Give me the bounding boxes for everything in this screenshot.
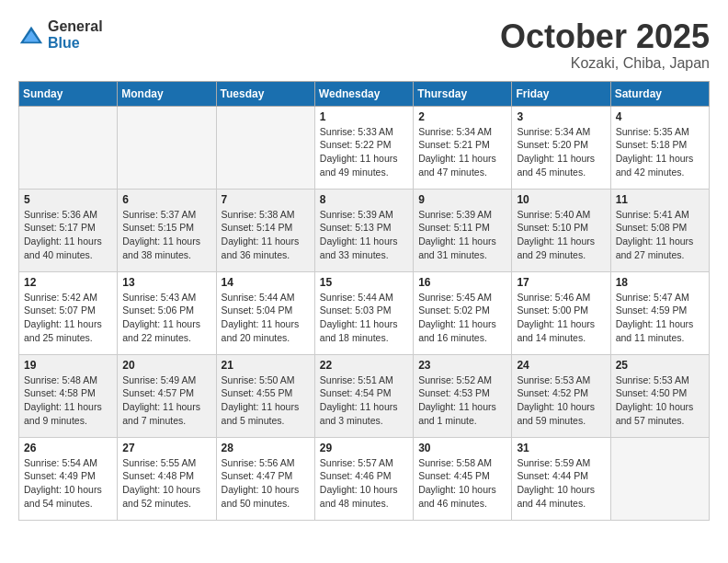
day-number: 1 bbox=[320, 110, 408, 123]
calendar-cell: 31Sunrise: 5:59 AM Sunset: 4:44 PM Dayli… bbox=[512, 437, 610, 520]
calendar-cell bbox=[19, 106, 118, 189]
day-info: Sunrise: 5:53 AM Sunset: 4:50 PM Dayligh… bbox=[616, 373, 704, 428]
day-info: Sunrise: 5:55 AM Sunset: 4:48 PM Dayligh… bbox=[122, 456, 210, 511]
location-text: Kozaki, Chiba, Japan bbox=[500, 55, 710, 72]
day-info: Sunrise: 5:54 AM Sunset: 4:49 PM Dayligh… bbox=[24, 456, 112, 511]
logo-icon bbox=[18, 22, 44, 48]
day-number: 8 bbox=[320, 193, 408, 206]
day-info: Sunrise: 5:43 AM Sunset: 5:06 PM Dayligh… bbox=[122, 291, 210, 345]
calendar-week-2: 5Sunrise: 5:36 AM Sunset: 5:17 PM Daylig… bbox=[19, 189, 710, 271]
calendar-cell: 6Sunrise: 5:37 AM Sunset: 5:15 PM Daylig… bbox=[118, 189, 216, 271]
calendar-cell: 18Sunrise: 5:47 AM Sunset: 4:59 PM Dayli… bbox=[610, 271, 709, 354]
day-number: 16 bbox=[418, 276, 506, 289]
day-number: 22 bbox=[320, 359, 408, 372]
weekday-header-tuesday: Tuesday bbox=[216, 81, 314, 106]
calendar-cell: 25Sunrise: 5:53 AM Sunset: 4:50 PM Dayli… bbox=[610, 354, 709, 437]
calendar-cell: 26Sunrise: 5:54 AM Sunset: 4:49 PM Dayli… bbox=[19, 437, 118, 520]
day-number: 21 bbox=[222, 359, 310, 372]
calendar-cell: 29Sunrise: 5:57 AM Sunset: 4:46 PM Dayli… bbox=[314, 437, 413, 520]
logo-text: General Blue bbox=[48, 18, 103, 51]
calendar-cell: 12Sunrise: 5:42 AM Sunset: 5:07 PM Dayli… bbox=[19, 271, 118, 354]
calendar-cell: 21Sunrise: 5:50 AM Sunset: 4:55 PM Dayli… bbox=[216, 354, 314, 437]
calendar-cell: 19Sunrise: 5:48 AM Sunset: 4:58 PM Dayli… bbox=[19, 354, 118, 437]
day-info: Sunrise: 5:59 AM Sunset: 4:44 PM Dayligh… bbox=[517, 456, 605, 511]
day-number: 28 bbox=[222, 442, 310, 454]
calendar-week-4: 19Sunrise: 5:48 AM Sunset: 4:58 PM Dayli… bbox=[19, 354, 710, 437]
month-title: October 2025 bbox=[500, 18, 710, 55]
logo: General Blue bbox=[18, 18, 103, 51]
calendar-cell: 24Sunrise: 5:53 AM Sunset: 4:52 PM Dayli… bbox=[512, 354, 610, 437]
calendar-cell bbox=[216, 106, 314, 189]
calendar-cell: 4Sunrise: 5:35 AM Sunset: 5:18 PM Daylig… bbox=[610, 106, 709, 189]
calendar-cell: 3Sunrise: 5:34 AM Sunset: 5:20 PM Daylig… bbox=[512, 106, 610, 189]
day-info: Sunrise: 5:56 AM Sunset: 4:47 PM Dayligh… bbox=[222, 456, 310, 511]
day-info: Sunrise: 5:39 AM Sunset: 5:11 PM Dayligh… bbox=[418, 208, 506, 262]
day-number: 7 bbox=[222, 193, 310, 206]
calendar-cell: 28Sunrise: 5:56 AM Sunset: 4:47 PM Dayli… bbox=[216, 437, 314, 520]
day-number: 25 bbox=[616, 359, 704, 372]
calendar-cell: 5Sunrise: 5:36 AM Sunset: 5:17 PM Daylig… bbox=[19, 189, 118, 271]
day-info: Sunrise: 5:39 AM Sunset: 5:13 PM Dayligh… bbox=[320, 208, 408, 262]
weekday-header-friday: Friday bbox=[512, 81, 610, 106]
day-info: Sunrise: 5:37 AM Sunset: 5:15 PM Dayligh… bbox=[122, 208, 210, 262]
day-number: 27 bbox=[122, 442, 210, 454]
calendar-cell: 11Sunrise: 5:41 AM Sunset: 5:08 PM Dayli… bbox=[610, 189, 709, 271]
day-info: Sunrise: 5:58 AM Sunset: 4:45 PM Dayligh… bbox=[418, 456, 506, 511]
calendar-cell: 30Sunrise: 5:58 AM Sunset: 4:45 PM Dayli… bbox=[414, 437, 512, 520]
day-info: Sunrise: 5:33 AM Sunset: 5:22 PM Dayligh… bbox=[320, 125, 408, 179]
day-info: Sunrise: 5:44 AM Sunset: 5:04 PM Dayligh… bbox=[222, 291, 310, 345]
day-info: Sunrise: 5:34 AM Sunset: 5:20 PM Dayligh… bbox=[517, 125, 605, 179]
day-info: Sunrise: 5:45 AM Sunset: 5:02 PM Dayligh… bbox=[418, 291, 506, 345]
day-number: 9 bbox=[418, 193, 506, 206]
calendar-cell: 7Sunrise: 5:38 AM Sunset: 5:14 PM Daylig… bbox=[216, 189, 314, 271]
calendar-cell bbox=[118, 106, 216, 189]
day-number: 31 bbox=[517, 442, 605, 454]
day-info: Sunrise: 5:36 AM Sunset: 5:17 PM Dayligh… bbox=[24, 208, 112, 262]
day-info: Sunrise: 5:34 AM Sunset: 5:21 PM Dayligh… bbox=[418, 125, 506, 179]
calendar-cell: 8Sunrise: 5:39 AM Sunset: 5:13 PM Daylig… bbox=[314, 189, 413, 271]
day-number: 4 bbox=[616, 110, 704, 123]
weekday-header-wednesday: Wednesday bbox=[314, 81, 413, 106]
day-number: 13 bbox=[122, 276, 210, 289]
day-number: 20 bbox=[122, 359, 210, 372]
day-info: Sunrise: 5:41 AM Sunset: 5:08 PM Dayligh… bbox=[616, 208, 704, 262]
calendar-cell: 2Sunrise: 5:34 AM Sunset: 5:21 PM Daylig… bbox=[414, 106, 512, 189]
calendar-cell: 14Sunrise: 5:44 AM Sunset: 5:04 PM Dayli… bbox=[216, 271, 314, 354]
calendar-cell: 1Sunrise: 5:33 AM Sunset: 5:22 PM Daylig… bbox=[314, 106, 413, 189]
day-number: 14 bbox=[222, 276, 310, 289]
page-header: General Blue October 2025 Kozaki, Chiba,… bbox=[18, 18, 710, 72]
day-number: 23 bbox=[418, 359, 506, 372]
calendar-cell: 20Sunrise: 5:49 AM Sunset: 4:57 PM Dayli… bbox=[118, 354, 216, 437]
logo-general-text: General bbox=[48, 18, 103, 35]
calendar-table: SundayMondayTuesdayWednesdayThursdayFrid… bbox=[18, 81, 710, 521]
calendar-cell: 10Sunrise: 5:40 AM Sunset: 5:10 PM Dayli… bbox=[512, 189, 610, 271]
calendar-week-1: 1Sunrise: 5:33 AM Sunset: 5:22 PM Daylig… bbox=[19, 106, 710, 189]
day-info: Sunrise: 5:50 AM Sunset: 4:55 PM Dayligh… bbox=[222, 373, 310, 428]
day-number: 11 bbox=[616, 193, 704, 206]
day-number: 29 bbox=[320, 442, 408, 454]
weekday-header-monday: Monday bbox=[118, 81, 216, 106]
calendar-header-row: SundayMondayTuesdayWednesdayThursdayFrid… bbox=[19, 81, 710, 106]
day-info: Sunrise: 5:48 AM Sunset: 4:58 PM Dayligh… bbox=[24, 373, 112, 428]
day-info: Sunrise: 5:42 AM Sunset: 5:07 PM Dayligh… bbox=[24, 291, 112, 345]
day-number: 3 bbox=[517, 110, 605, 123]
calendar-cell: 27Sunrise: 5:55 AM Sunset: 4:48 PM Dayli… bbox=[118, 437, 216, 520]
day-info: Sunrise: 5:49 AM Sunset: 4:57 PM Dayligh… bbox=[122, 373, 210, 428]
calendar-week-5: 26Sunrise: 5:54 AM Sunset: 4:49 PM Dayli… bbox=[19, 437, 710, 520]
day-number: 18 bbox=[616, 276, 704, 289]
day-info: Sunrise: 5:51 AM Sunset: 4:54 PM Dayligh… bbox=[320, 373, 408, 428]
weekday-header-sunday: Sunday bbox=[19, 81, 118, 106]
day-number: 2 bbox=[418, 110, 506, 123]
day-info: Sunrise: 5:53 AM Sunset: 4:52 PM Dayligh… bbox=[517, 373, 605, 428]
calendar-cell: 22Sunrise: 5:51 AM Sunset: 4:54 PM Dayli… bbox=[314, 354, 413, 437]
day-info: Sunrise: 5:38 AM Sunset: 5:14 PM Dayligh… bbox=[222, 208, 310, 262]
day-number: 26 bbox=[24, 442, 112, 454]
day-info: Sunrise: 5:47 AM Sunset: 4:59 PM Dayligh… bbox=[616, 291, 704, 345]
day-number: 19 bbox=[24, 359, 112, 372]
day-number: 17 bbox=[517, 276, 605, 289]
day-number: 12 bbox=[24, 276, 112, 289]
calendar-cell: 15Sunrise: 5:44 AM Sunset: 5:03 PM Dayli… bbox=[314, 271, 413, 354]
day-number: 10 bbox=[517, 193, 605, 206]
day-info: Sunrise: 5:44 AM Sunset: 5:03 PM Dayligh… bbox=[320, 291, 408, 345]
day-number: 5 bbox=[24, 193, 112, 206]
